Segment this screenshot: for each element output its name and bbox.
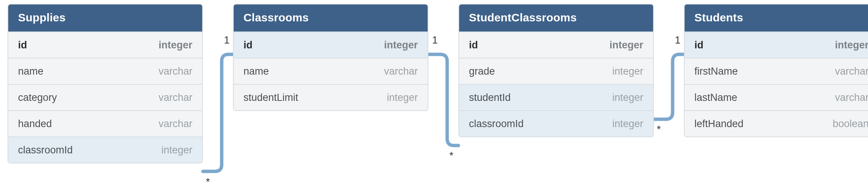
column-classroomId: classroomIdinteger <box>459 110 653 136</box>
column-type: varchar <box>384 66 418 77</box>
column-grade: gradeinteger <box>459 58 653 84</box>
column-handed: handedvarchar <box>8 110 202 136</box>
column-type: varchar <box>159 92 192 104</box>
column-studentLimit: studentLimitinteger <box>234 84 428 110</box>
column-lastName: lastNamevarchar <box>685 84 868 110</box>
relationship-connector <box>203 54 233 171</box>
entity-studentclassrooms: StudentClassroomsidintegergradeintegerst… <box>458 4 654 137</box>
entity-header: StudentClassrooms <box>459 4 653 32</box>
column-id: idinteger <box>685 32 868 58</box>
column-type: varchar <box>835 66 868 77</box>
column-type: integer <box>835 39 868 51</box>
column-firstName: firstNamevarchar <box>685 58 868 84</box>
column-type: integer <box>387 92 418 104</box>
column-name: namevarchar <box>8 58 202 84</box>
column-name: name <box>243 66 269 77</box>
cardinality-label: 1 <box>432 34 438 46</box>
column-type: integer <box>612 92 643 104</box>
entity-header: Students <box>685 4 868 32</box>
column-type: varchar <box>159 118 192 130</box>
column-name: studentLimit <box>243 92 298 104</box>
column-id: idinteger <box>234 32 428 58</box>
column-type: integer <box>612 118 643 130</box>
column-leftHanded: leftHandedboolean <box>685 110 868 136</box>
column-name: id <box>694 39 703 51</box>
relationship-connector <box>654 54 684 119</box>
column-name: name <box>18 66 44 77</box>
column-category: categoryvarchar <box>8 84 202 110</box>
column-type: varchar <box>159 66 192 77</box>
column-id: idinteger <box>459 32 653 58</box>
entity-header: Supplies <box>8 4 202 32</box>
column-name: id <box>243 39 253 51</box>
column-type: integer <box>612 66 643 77</box>
column-name: classroomId <box>18 144 73 156</box>
column-name: id <box>18 39 27 51</box>
column-name: leftHanded <box>694 118 744 130</box>
cardinality-label: * <box>449 150 454 162</box>
column-type: boolean <box>833 118 868 130</box>
column-studentId: studentIdinteger <box>459 84 653 110</box>
column-name: namevarchar <box>234 58 428 84</box>
entity-header: Classrooms <box>234 4 428 32</box>
column-name: category <box>18 92 57 104</box>
column-type: varchar <box>835 92 868 104</box>
column-name: classroomId <box>469 118 524 130</box>
relationship-connector <box>428 54 458 146</box>
column-type: integer <box>609 39 643 51</box>
column-name: studentId <box>469 92 511 104</box>
column-name: lastName <box>694 92 737 104</box>
cardinality-label: * <box>657 124 661 135</box>
column-name: grade <box>469 66 495 77</box>
column-type: integer <box>384 39 418 51</box>
column-type: integer <box>161 144 192 156</box>
cardinality-label: 1 <box>224 34 230 46</box>
cardinality-label: 1 <box>675 34 680 46</box>
column-name: firstName <box>694 66 738 77</box>
column-id: idinteger <box>8 32 202 58</box>
column-name: id <box>469 39 478 51</box>
column-classroomId: classroomIdinteger <box>8 136 202 163</box>
column-type: integer <box>159 39 192 51</box>
column-name: handed <box>18 118 52 130</box>
cardinality-label: * <box>206 176 210 188</box>
entity-supplies: Suppliesidintegernamevarcharcategoryvarc… <box>8 4 203 164</box>
entity-classrooms: ClassroomsidintegernamevarcharstudentLim… <box>233 4 428 111</box>
entity-students: StudentsidintegerfirstNamevarcharlastNam… <box>684 4 868 137</box>
